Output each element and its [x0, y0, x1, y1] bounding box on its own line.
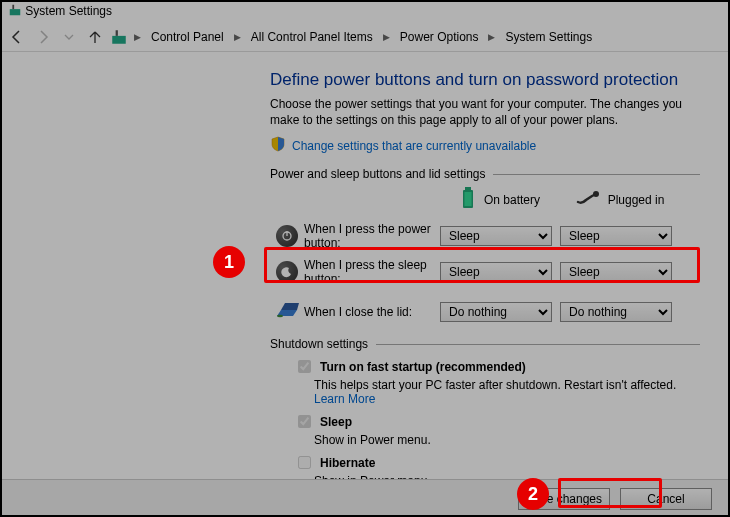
svg-point-10: [277, 315, 283, 317]
lid-plugged-select[interactable]: Do nothing: [560, 302, 672, 322]
main-content: Define power buttons and turn on passwor…: [0, 52, 730, 477]
svg-rect-1: [12, 5, 14, 9]
col-plugged-label: Plugged in: [608, 193, 665, 207]
lid-battery-select[interactable]: Do nothing: [440, 302, 552, 322]
sleep-battery-select[interactable]: Sleep: [440, 262, 552, 282]
fast-startup-item: Turn on fast startup (recommended) This …: [294, 357, 700, 406]
power-battery-select[interactable]: Sleep: [440, 226, 552, 246]
section-heading-text: Shutdown settings: [270, 337, 368, 351]
svg-rect-4: [465, 187, 471, 190]
save-button[interactable]: Save changes: [518, 488, 610, 510]
divider: [376, 344, 700, 345]
footer-bar: Save changes Cancel: [0, 479, 730, 517]
hibernate-checkbox[interactable]: Hibernate: [294, 453, 700, 472]
hibernate-label: Hibernate: [320, 456, 375, 470]
row-power-button: When I press the power button: Sleep Sle…: [270, 222, 700, 250]
section-heading-text: Power and sleep buttons and lid settings: [270, 167, 485, 181]
app-icon: [8, 3, 22, 20]
breadcrumb-item[interactable]: Control Panel: [147, 28, 228, 46]
fast-startup-label: Turn on fast startup (recommended): [320, 360, 526, 374]
row-power-label: When I press the power button:: [304, 222, 440, 250]
recent-dropdown[interactable]: [58, 26, 80, 48]
chevron-right-icon: ▶: [486, 32, 497, 42]
window-title: System Settings: [0, 0, 730, 22]
row-sleep-button: When I press the sleep button: Sleep Sle…: [270, 258, 700, 286]
breadcrumb-item[interactable]: Power Options: [396, 28, 483, 46]
fast-startup-sub: This helps start your PC faster after sh…: [314, 378, 700, 406]
breadcrumb-item[interactable]: All Control Panel Items: [247, 28, 377, 46]
col-plugged: Plugged in: [560, 187, 680, 212]
hibernate-input[interactable]: [298, 456, 311, 469]
page-title: Define power buttons and turn on passwor…: [270, 70, 700, 90]
svg-rect-2: [112, 35, 126, 43]
col-battery: On battery: [440, 187, 560, 212]
sleep-input[interactable]: [298, 415, 311, 428]
change-settings-link[interactable]: Change settings that are currently unava…: [292, 139, 536, 153]
svg-rect-0: [10, 9, 21, 15]
sleep-label: Sleep: [320, 415, 352, 429]
location-icon: [110, 28, 128, 46]
chevron-right-icon: ▶: [132, 32, 143, 42]
sleep-item: Sleep Show in Power menu.: [294, 412, 700, 447]
sleep-icon: [276, 261, 298, 283]
chevron-right-icon: ▶: [381, 32, 392, 42]
lid-icon: [275, 300, 299, 323]
svg-rect-6: [464, 192, 471, 206]
divider: [493, 174, 700, 175]
sleep-checkbox[interactable]: Sleep: [294, 412, 700, 431]
row-lid-label: When I close the lid:: [304, 305, 440, 319]
section-shutdown-heading: Shutdown settings: [270, 337, 700, 351]
row-sleep-label: When I press the sleep button:: [304, 258, 440, 286]
col-battery-label: On battery: [484, 193, 540, 207]
breadcrumb: ▶ Control Panel ▶ All Control Panel Item…: [132, 28, 596, 46]
page-description: Choose the power settings that you want …: [270, 96, 700, 128]
shield-icon: [270, 136, 286, 155]
breadcrumb-item[interactable]: System Settings: [501, 28, 596, 46]
back-button[interactable]: [6, 26, 28, 48]
fast-startup-checkbox[interactable]: Turn on fast startup (recommended): [294, 357, 700, 376]
window-title-text: System Settings: [25, 4, 112, 18]
change-settings-link-row: Change settings that are currently unava…: [270, 136, 700, 155]
cancel-button[interactable]: Cancel: [620, 488, 712, 510]
svg-point-7: [593, 191, 599, 197]
forward-button[interactable]: [32, 26, 54, 48]
up-button[interactable]: [84, 26, 106, 48]
fast-startup-input[interactable]: [298, 360, 311, 373]
power-plugged-select[interactable]: Sleep: [560, 226, 672, 246]
battery-icon: [460, 187, 476, 212]
learn-more-link[interactable]: Learn More: [314, 392, 375, 406]
sleep-plugged-select[interactable]: Sleep: [560, 262, 672, 282]
column-headers: On battery Plugged in: [270, 187, 700, 212]
power-icon: [276, 225, 298, 247]
row-close-lid: When I close the lid: Do nothing Do noth…: [270, 300, 700, 323]
svg-rect-3: [116, 30, 118, 36]
sleep-sub: Show in Power menu.: [314, 433, 700, 447]
plug-icon: [576, 190, 600, 209]
section-power-heading: Power and sleep buttons and lid settings: [270, 167, 700, 181]
chevron-right-icon: ▶: [232, 32, 243, 42]
nav-bar: ▶ Control Panel ▶ All Control Panel Item…: [0, 22, 730, 52]
